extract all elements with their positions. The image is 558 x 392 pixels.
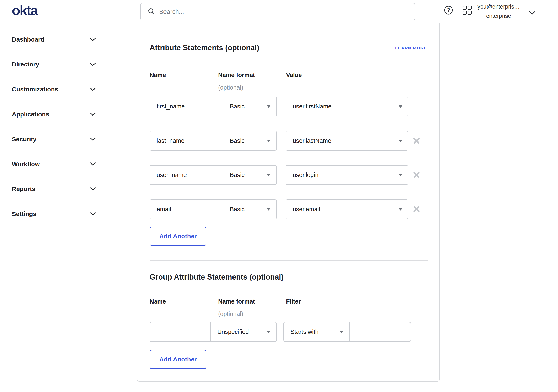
- account-org: enterprise: [470, 11, 527, 21]
- attr-row: Basic: [149, 96, 277, 116]
- attr-name-input[interactable]: [150, 200, 223, 219]
- col-header-value: Value: [286, 72, 302, 78]
- sidebar-item-workflow[interactable]: Workflow: [12, 159, 96, 169]
- remove-x-icon[interactable]: [413, 137, 420, 144]
- dropdown-caret-icon: [399, 105, 402, 108]
- attr-name-input[interactable]: [150, 131, 223, 150]
- sidebar-nav: Dashboard Directory Customizations Appli…: [0, 24, 107, 392]
- filter-type-select[interactable]: Starts with: [284, 322, 349, 341]
- attr-value-combobox: user.firstName: [286, 96, 408, 116]
- name-format-select[interactable]: Basic: [223, 200, 276, 219]
- group-filter-row: Starts with: [283, 322, 411, 342]
- filter-value-input[interactable]: [350, 322, 410, 341]
- col-header-name: Name: [149, 298, 166, 305]
- col-note-optional: (optional): [218, 311, 243, 317]
- col-header-filter: Filter: [286, 298, 301, 305]
- account-email: you@enterpris…: [470, 2, 527, 11]
- attr-value-combobox: user.lastName: [286, 131, 408, 151]
- account-chevron-down-icon[interactable]: [529, 11, 536, 15]
- attr-value-combobox: user.email: [286, 200, 408, 219]
- attr-name-input[interactable]: [150, 97, 223, 116]
- saml-settings-panel: Attribute Statements (optional) LEARN MO…: [137, 24, 440, 382]
- chevron-down-icon: [90, 62, 96, 66]
- chevron-down-icon: [90, 187, 96, 191]
- group-name-input[interactable]: [150, 322, 210, 341]
- attr-value-input[interactable]: user.login: [286, 166, 393, 184]
- chevron-down-icon: [90, 137, 96, 141]
- name-format-select[interactable]: Basic: [223, 131, 276, 150]
- chevron-down-icon: [90, 212, 96, 216]
- group-attribute-statements-title: Group Attribute Statements (optional): [149, 273, 284, 281]
- svg-text:?: ?: [447, 7, 450, 13]
- sidebar-item-applications[interactable]: Applications: [12, 110, 96, 119]
- dropdown-caret-icon: [340, 331, 343, 333]
- value-dropdown-button[interactable]: [393, 97, 408, 116]
- dropdown-caret-icon: [399, 139, 402, 142]
- remove-x-icon[interactable]: [413, 205, 420, 213]
- sidebar-item-directory[interactable]: Directory: [12, 60, 96, 69]
- sidebar-item-reports[interactable]: Reports: [12, 184, 96, 194]
- add-another-button[interactable]: Add Another: [149, 227, 207, 246]
- col-header-name-format: Name format: [218, 298, 255, 305]
- search-icon: [148, 8, 155, 16]
- name-format-select[interactable]: Basic: [223, 97, 276, 116]
- section-divider: [149, 33, 428, 34]
- dropdown-caret-icon: [267, 208, 270, 211]
- col-note-optional: (optional): [218, 84, 243, 91]
- dropdown-caret-icon: [399, 208, 402, 211]
- chevron-down-icon: [90, 87, 96, 91]
- remove-x-icon[interactable]: [413, 171, 420, 179]
- attribute-statements-title: Attribute Statements (optional): [149, 44, 259, 52]
- sidebar-item-settings[interactable]: Settings: [12, 209, 96, 218]
- global-search[interactable]: [140, 3, 415, 20]
- dropdown-caret-icon: [267, 174, 270, 176]
- value-dropdown-button[interactable]: [393, 166, 408, 184]
- group-name-format-select[interactable]: Unspecified: [210, 322, 276, 341]
- group-attr-row: Unspecified: [149, 322, 277, 342]
- okta-logo[interactable]: okta: [12, 3, 38, 18]
- help-icon[interactable]: ?: [444, 5, 453, 15]
- dropdown-caret-icon: [267, 331, 270, 333]
- attr-value-combobox: user.login: [286, 165, 408, 185]
- sidebar-item-security[interactable]: Security: [12, 135, 96, 144]
- chevron-down-icon: [90, 162, 96, 166]
- search-input[interactable]: [159, 8, 415, 15]
- dropdown-caret-icon: [267, 105, 270, 108]
- attr-row: Basic: [149, 165, 277, 185]
- attr-value-input[interactable]: user.email: [286, 200, 393, 219]
- attr-name-input[interactable]: [150, 166, 223, 184]
- add-another-button[interactable]: Add Another: [149, 350, 207, 369]
- col-header-name: Name: [149, 72, 166, 78]
- chevron-down-icon: [90, 112, 96, 116]
- col-header-name-format: Name format: [218, 72, 255, 78]
- name-format-select[interactable]: Basic: [223, 166, 276, 184]
- learn-more-link[interactable]: LEARN MORE: [395, 45, 427, 51]
- sidebar-item-dashboard[interactable]: Dashboard: [12, 35, 96, 44]
- chevron-down-icon: [90, 38, 96, 41]
- attr-row: Basic: [149, 131, 277, 151]
- dropdown-caret-icon: [399, 174, 402, 176]
- attr-value-input[interactable]: user.firstName: [286, 97, 393, 116]
- sidebar-item-customizations[interactable]: Customizations: [12, 85, 96, 94]
- value-dropdown-button[interactable]: [393, 200, 408, 219]
- account-menu[interactable]: you@enterpris… enterprise: [470, 2, 527, 21]
- value-dropdown-button[interactable]: [393, 131, 408, 150]
- top-bar: okta ? you@enterpris… enterprise: [0, 0, 558, 24]
- section-divider: [149, 260, 428, 261]
- dropdown-caret-icon: [267, 139, 270, 142]
- attr-row: Basic: [149, 200, 277, 219]
- attr-value-input[interactable]: user.lastName: [286, 131, 393, 150]
